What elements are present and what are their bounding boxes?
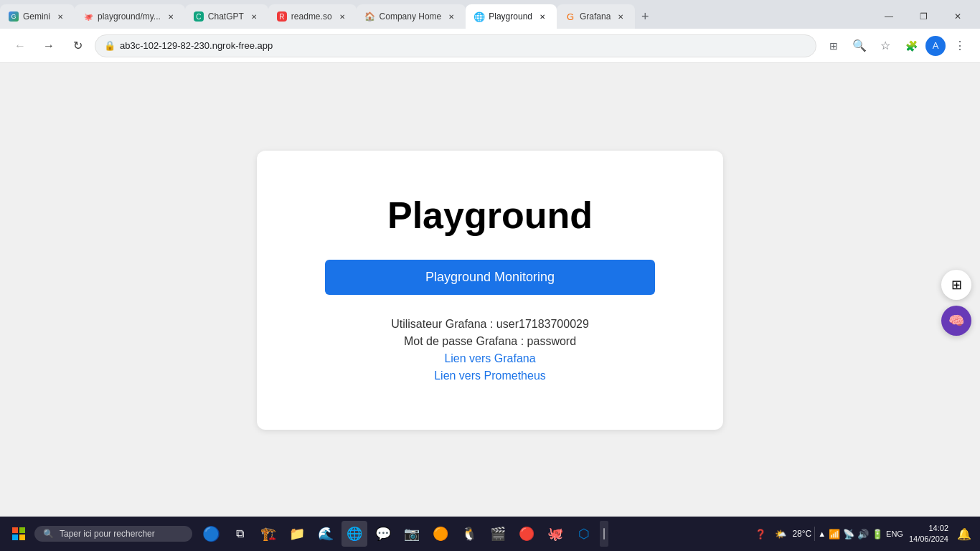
browser-frame: G Gemini ✕ 🐙 playground/my... ✕ C ChatGP… — [0, 0, 980, 551]
tab-readme-close[interactable]: ✕ — [336, 11, 348, 22]
tab-grafana[interactable]: G Grafana ✕ — [557, 4, 635, 29]
taskbar-google-photos-icon[interactable]: 📷 — [399, 521, 425, 547]
tray-question-icon[interactable]: ❓ — [752, 525, 769, 542]
page-title: Playground — [314, 194, 666, 237]
translate-icon[interactable]: ⊞ — [822, 34, 845, 57]
tab-readme[interactable]: R readme.so ✕ — [268, 4, 357, 29]
tab-playground-close[interactable]: ✕ — [537, 11, 548, 22]
toolbar: ← → ↻ 🔒 ab3c-102-129-82-230.ngrok-free.a… — [0, 29, 980, 63]
close-button[interactable]: ✕ — [941, 4, 974, 29]
tab-readme-favicon: R — [277, 11, 287, 22]
tray-language: ENG — [886, 529, 903, 538]
monitoring-button[interactable]: Playground Monitoring — [325, 260, 655, 295]
taskbar-notification-icon[interactable]: 🔔 — [954, 524, 974, 544]
tray-weather-temp: 28°C — [792, 529, 811, 539]
tab-playground-my-close[interactable]: ✕ — [165, 11, 176, 22]
search-placeholder: Taper ici pour rechercher — [60, 529, 155, 539]
taskbar-edge-icon[interactable]: 🌊 — [313, 521, 339, 547]
taskbar-vscode-icon[interactable]: ⬡ — [571, 521, 597, 547]
taskbar-app-icons: 🔵 ⧉ 🏗️ 📁 🌊 🌐 💬 📷 🟠 🐧 🎬 🔴 🐙 ⬡ — [198, 521, 597, 547]
taskbar-datetime[interactable]: 14:02 14/06/2024 — [909, 523, 948, 545]
tab-gemini[interactable]: G Gemini ✕ — [0, 4, 75, 29]
lock-icon: 🔒 — [104, 40, 116, 51]
window-controls: — ❐ ✕ — [872, 4, 980, 29]
tab-gemini-label: Gemini — [23, 11, 50, 22]
address-bar[interactable]: 🔒 ab3c-102-129-82-230.ngrok-free.app — [95, 34, 816, 57]
taskbar-lighthouse-icon[interactable]: 🏗️ — [255, 521, 281, 547]
tab-readme-label: readme.so — [291, 11, 332, 22]
tab-chatgpt-favicon: C — [194, 11, 204, 22]
prometheus-link[interactable]: Lien vers Prometheus — [314, 369, 666, 382]
grafana-link[interactable]: Lien vers Grafana — [314, 352, 666, 365]
tab-gemini-favicon: G — [9, 11, 19, 22]
new-tab-button[interactable]: + — [635, 6, 655, 27]
translate-float-button[interactable]: ⊞ — [941, 270, 971, 300]
tab-grafana-label: Grafana — [580, 11, 611, 22]
tray-battery-icon: 🔋 — [872, 529, 883, 540]
tab-chatgpt-label: ChatGPT — [208, 11, 244, 22]
tab-gemini-close[interactable]: ✕ — [55, 11, 66, 22]
taskbar-whatsapp-icon[interactable]: 💬 — [370, 521, 396, 547]
main-card: Playground Playground Monitoring Utilisa… — [257, 151, 723, 430]
taskbar-scroll-handle[interactable] — [600, 521, 608, 547]
taskbar-files-icon[interactable]: 📁 — [284, 521, 310, 547]
maximize-button[interactable]: ❐ — [907, 4, 940, 29]
url-text: ab3c-102-129-82-230.ngrok-free.app — [120, 40, 273, 51]
svg-rect-3 — [19, 534, 25, 540]
taskbar-system-tray: ❓ 🌤️ 28°C ▲ 📶 📡 🔊 🔋 ENG 14:02 14/06/2024… — [752, 523, 974, 545]
start-button[interactable] — [6, 521, 32, 547]
sidebar-float: ⊞ 🧠 — [941, 270, 974, 336]
taskbar-orange-icon[interactable]: 🟠 — [428, 521, 453, 547]
taskbar-search[interactable]: 🔍 Taper ici pour rechercher — [34, 526, 192, 542]
tab-company-home-label: Company Home — [380, 11, 442, 22]
tray-network-icon: 📶 — [829, 529, 840, 540]
tray-wifi-icon: 📡 — [843, 529, 854, 540]
svg-rect-2 — [12, 534, 18, 540]
tab-playground-favicon: 🌐 — [474, 11, 484, 22]
refresh-button[interactable]: ↻ — [66, 34, 89, 57]
grafana-pass-info: Mot de passe Grafana : password — [314, 335, 666, 348]
tab-playground-my-favicon: 🐙 — [83, 11, 93, 22]
tab-company-home-close[interactable]: ✕ — [446, 11, 457, 22]
tab-playground-label: Playground — [489, 11, 532, 22]
grafana-user-info: Utilisateur Grafana : user17183700029 — [314, 318, 666, 331]
tab-bar: G Gemini ✕ 🐙 playground/my... ✕ C ChatGP… — [0, 0, 980, 29]
tab-chatgpt-close[interactable]: ✕ — [248, 11, 260, 22]
taskbar-date: 14/06/2024 — [909, 534, 948, 545]
tab-company-home-favicon: 🏠 — [365, 11, 375, 22]
tab-playground-my-label: playground/my... — [98, 11, 161, 22]
taskbar-ubuntu-icon[interactable]: 🐧 — [456, 521, 482, 547]
taskbar-multitask-icon[interactable]: ⧉ — [227, 521, 253, 547]
toolbar-actions: ⊞ 🔍 ☆ 🧩 A ⋮ — [822, 34, 971, 57]
taskbar-github-icon[interactable]: 🐙 — [542, 521, 568, 547]
forward-button[interactable]: → — [37, 34, 60, 57]
svg-rect-1 — [19, 527, 25, 533]
taskbar-xampp-icon[interactable]: 🔴 — [514, 521, 540, 547]
windows-logo-icon — [12, 527, 25, 540]
tab-playground[interactable]: 🌐 Playground ✕ — [466, 4, 557, 29]
tray-divider — [814, 527, 815, 541]
tab-grafana-close[interactable]: ✕ — [615, 11, 626, 22]
taskbar-time: 14:02 — [909, 523, 948, 534]
tray-weather-icon[interactable]: 🌤️ — [772, 525, 789, 542]
bookmark-icon[interactable]: ☆ — [874, 34, 897, 57]
svg-rect-0 — [12, 527, 18, 533]
taskbar-cortana-icon[interactable]: 🔵 — [198, 521, 224, 547]
zoom-icon[interactable]: 🔍 — [848, 34, 871, 57]
tab-company-home[interactable]: 🏠 Company Home ✕ — [357, 4, 466, 29]
profile-button[interactable]: A — [925, 36, 946, 56]
extension-icon[interactable]: 🧩 — [900, 34, 923, 57]
search-icon: 🔍 — [43, 529, 54, 539]
ai-float-button[interactable]: 🧠 — [941, 306, 971, 336]
tab-playground-my[interactable]: 🐙 playground/my... ✕ — [75, 4, 185, 29]
page-content: Playground Playground Monitoring Utilisa… — [0, 63, 980, 517]
taskbar-vlc-icon[interactable]: 🎬 — [485, 521, 511, 547]
taskbar-chrome-icon[interactable]: 🌐 — [341, 521, 367, 547]
tray-expand-icon[interactable]: ▲ — [818, 529, 826, 538]
minimize-button[interactable]: — — [872, 4, 905, 29]
tab-grafana-favicon: G — [565, 11, 575, 22]
back-button[interactable]: ← — [9, 34, 32, 57]
tab-chatgpt[interactable]: C ChatGPT ✕ — [185, 4, 268, 29]
menu-icon[interactable]: ⋮ — [948, 34, 971, 57]
tray-speaker-icon[interactable]: 🔊 — [857, 529, 869, 540]
